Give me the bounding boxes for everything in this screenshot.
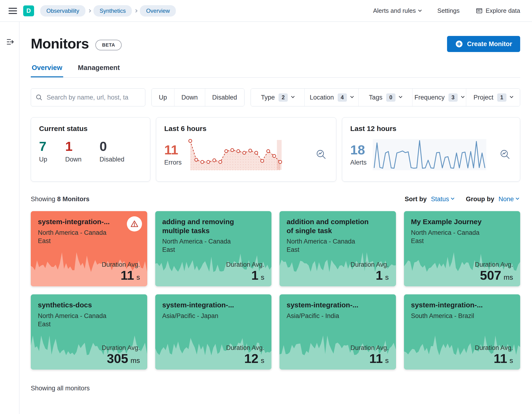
errors-stat: 11 Errors <box>164 143 182 166</box>
filter-count-badge: 1 <box>497 93 506 102</box>
duration-value: 1 <box>251 269 258 282</box>
menu-icon[interactable] <box>7 5 19 17</box>
duration-avg-label: Duration Avg. <box>351 261 389 268</box>
current-status-title: Current status <box>39 125 142 133</box>
sort-by-label: Sort by <box>405 195 427 203</box>
monitor-duration: Duration Avg. 11 s <box>475 344 513 365</box>
tab-overview[interactable]: Overview <box>31 62 63 77</box>
alerts-stat: 18 Alerts <box>350 143 367 166</box>
filter-up-button[interactable]: Up <box>152 89 174 106</box>
monitor-list-header: Showing8 Monitors Sort by Status Group b… <box>31 195 520 203</box>
monitor-duration: Duration Avg. 11 s <box>102 261 140 282</box>
settings-link[interactable]: Settings <box>436 7 461 15</box>
filter-bar: UpDownDisabled Type2Location4Tags0Freque… <box>31 88 520 106</box>
monitor-card[interactable]: addition and completion of single task N… <box>279 211 396 286</box>
errors-label: Errors <box>164 159 182 166</box>
filter-down-button[interactable]: Down <box>174 89 205 106</box>
duration-value: 1 <box>376 269 383 282</box>
chevron-down-icon <box>516 196 520 200</box>
monitor-name: system-integration-... <box>38 217 140 226</box>
settings-label: Settings <box>437 7 460 14</box>
monitor-card[interactable]: system-integration-... Asia/Pacific - Ja… <box>155 294 272 369</box>
showing-count: Showing8 Monitors <box>31 195 89 203</box>
facet-filter-group: Type2Location4Tags0Frequency3Project1 <box>251 88 520 106</box>
explore-data-link[interactable]: Explore data <box>474 7 522 15</box>
monitor-name: system-integration-... <box>411 301 513 310</box>
filter-label: Location <box>310 94 334 101</box>
monitor-alert-badge[interactable] <box>127 216 142 231</box>
duration-value: 12 <box>244 352 258 365</box>
magnifier-chart-icon <box>500 149 511 160</box>
duration-avg-label: Duration Avg. <box>475 344 513 352</box>
monitor-card[interactable]: system-integration-... Asia/Pacific - In… <box>279 294 396 369</box>
inspect-errors-button[interactable] <box>314 147 328 162</box>
inspect-alerts-button[interactable] <box>498 147 512 162</box>
breadcrumb-item-overview[interactable]: Overview <box>140 5 176 17</box>
plus-in-circle-icon <box>455 40 463 48</box>
deployment-badge[interactable]: D <box>23 5 34 16</box>
last-12-hours-card: Last 12 hours 18 Alerts <box>342 117 520 182</box>
filter-type-button[interactable]: Type2 <box>251 89 304 106</box>
monitor-card[interactable]: adding and removing multiple tasks North… <box>155 211 272 286</box>
duration-unit: ms <box>131 357 140 365</box>
monitor-card[interactable]: synthetics-docs North America - Canada E… <box>31 294 147 369</box>
alerts-and-rules-menu[interactable]: Alerts and rules <box>371 7 423 15</box>
group-by-label: Group by <box>466 195 494 203</box>
filter-project-button[interactable]: Project1 <box>466 89 520 106</box>
duration-avg-label: Duration Avg. <box>102 261 140 268</box>
duration-unit: s <box>261 357 264 365</box>
monitor-location: North America - Canada East <box>162 237 240 254</box>
filter-location-button[interactable]: Location4 <box>304 89 358 106</box>
monitor-location: North America - Canada East <box>287 237 365 254</box>
chevron-down-icon <box>418 8 422 12</box>
monitors-grid: system-integration-... North America - C… <box>31 211 520 369</box>
filter-disabled-button[interactable]: Disabled <box>205 89 244 106</box>
footer-note: Showing all monitors <box>31 385 520 402</box>
filter-count-badge: 3 <box>448 93 458 102</box>
duration-avg-label: Duration Avg. <box>226 344 264 352</box>
search-input[interactable] <box>46 94 141 101</box>
breadcrumb-item-synthetics[interactable]: Synthetics <box>94 5 132 17</box>
monitor-name: synthetics-docs <box>38 301 140 310</box>
magnifier-chart-icon <box>316 149 327 160</box>
last-6-hours-title: Last 6 hours <box>164 125 328 133</box>
chevron-down-icon <box>291 94 295 98</box>
monitor-card[interactable]: system-integration-... South America - B… <box>404 294 520 369</box>
group-by-control: Group by None <box>466 195 520 203</box>
filter-label: Frequency <box>414 94 445 101</box>
search-box <box>31 88 145 106</box>
create-monitor-label: Create Monitor <box>467 40 512 48</box>
tab-management[interactable]: Management <box>77 62 121 77</box>
create-monitor-button[interactable]: Create Monitor <box>447 36 520 52</box>
page-title: Monitors <box>31 36 89 52</box>
monitor-card[interactable]: system-integration-... North America - C… <box>31 211 147 286</box>
alerts-sparkline-chart <box>373 138 486 171</box>
sort-by-control: Sort by Status <box>405 195 456 203</box>
duration-value: 507 <box>480 269 501 282</box>
breadcrumb-separator-icon <box>134 9 137 12</box>
monitor-duration: Duration Avg. 507 ms <box>475 261 513 282</box>
filter-tags-button[interactable]: Tags0 <box>358 89 412 106</box>
chevron-down-icon <box>451 196 455 200</box>
duration-unit: s <box>385 357 389 365</box>
expand-sidebar-button[interactable] <box>5 37 15 47</box>
top-navigation-bar: D ObservabilitySyntheticsOverview Alerts… <box>0 0 532 22</box>
collapsed-sidebar <box>0 22 19 414</box>
monitor-location: North America - Canada East <box>411 229 489 245</box>
duration-unit: s <box>510 357 513 365</box>
monitor-name: My Example Journey <box>411 217 513 226</box>
sort-by-select[interactable]: Status <box>429 195 456 203</box>
breadcrumb-item-observability[interactable]: Observability <box>40 5 86 17</box>
monitor-card[interactable]: My Example Journey North America - Canad… <box>404 211 520 286</box>
filter-label: Tags <box>369 94 382 101</box>
last-12-hours-title: Last 12 hours <box>350 125 512 133</box>
filter-frequency-button[interactable]: Frequency3 <box>412 89 466 106</box>
duration-value: 305 <box>107 352 128 365</box>
group-by-select[interactable]: None <box>497 195 520 203</box>
monitors-page: Monitors BETA Create Monitor Overview Ma… <box>19 22 532 402</box>
filter-label: Type <box>261 94 275 101</box>
filter-count-badge: 2 <box>278 93 288 102</box>
page-header: Monitors BETA Create Monitor <box>31 36 520 52</box>
topbar-actions: Alerts and rules Settings Explore data <box>371 7 522 15</box>
chevron-down-icon <box>399 94 402 98</box>
